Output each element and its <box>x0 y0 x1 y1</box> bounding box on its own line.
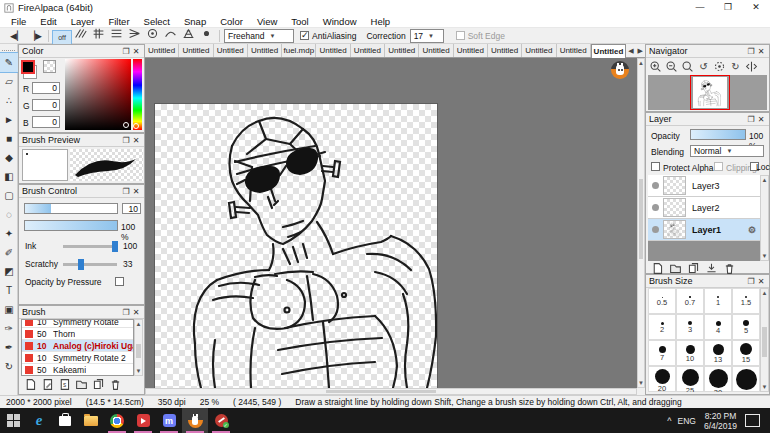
float-panel-icon[interactable]: ❐ <box>121 187 131 196</box>
document-tab[interactable]: Untitled <box>557 44 591 57</box>
fill-tool[interactable]: ■ <box>0 129 18 148</box>
layer-row[interactable]: Layer1⚙ <box>648 219 760 241</box>
brush-size-slider[interactable] <box>24 203 118 214</box>
hue-selector[interactable] <box>133 123 139 129</box>
brush-list-item[interactable]: 10Symmetry Rotate <box>22 319 133 328</box>
redo-step-icon[interactable]: ▕▶ <box>26 29 44 43</box>
duplicate-icon[interactable] <box>91 378 106 391</box>
brush-size-cell[interactable]: 20 <box>648 366 676 392</box>
brush-opacity-slider[interactable] <box>24 220 118 231</box>
clipping-checkbox[interactable] <box>714 162 723 171</box>
brush-size-cell[interactable]: 5 <box>732 314 760 340</box>
layer-settings-gear-icon[interactable]: ⚙ <box>748 225 756 235</box>
float-panel-icon[interactable]: ❐ <box>121 136 131 145</box>
brush-size-cell[interactable]: 13 <box>704 340 732 366</box>
select-rect-tool[interactable]: ▢ <box>0 186 18 205</box>
chrome-icon[interactable] <box>104 408 130 433</box>
layer-list-scrollbar[interactable]: ▲▼ <box>760 175 769 261</box>
blur-tool[interactable]: ∴ <box>0 91 18 110</box>
float-panel-icon[interactable]: ❐ <box>746 47 756 56</box>
menu-item-window[interactable]: Window <box>316 15 364 28</box>
eraser-tool[interactable]: ▱ <box>0 72 18 91</box>
brush-size-value[interactable]: 10 <box>122 203 141 214</box>
brush-list-item[interactable]: 10Analog (c)Hiroki Ugawa <box>22 340 133 352</box>
layer-visibility-toggle[interactable] <box>652 226 659 233</box>
text-tool[interactable]: T <box>0 281 18 300</box>
document-tab[interactable]: Untitled <box>385 44 419 57</box>
snap-vanishing-icon[interactable] <box>125 27 143 41</box>
snap-perspective-icon[interactable] <box>179 27 197 41</box>
brush-list-item[interactable]: 50Thorn <box>22 328 133 340</box>
brush-size-cell[interactable]: 30 <box>704 366 732 392</box>
brush-size-cell[interactable]: 25 <box>676 366 704 392</box>
bucket-tool[interactable]: ◆ <box>0 148 18 167</box>
document-tab[interactable]: Untitled <box>522 44 556 57</box>
snap-horizontal-icon[interactable] <box>107 27 125 41</box>
rotate-left-icon[interactable]: ↺ <box>696 59 711 73</box>
minimize-button[interactable]: — <box>686 0 714 15</box>
brush-size-cell[interactable]: 1 <box>704 288 732 314</box>
edge-icon[interactable]: e <box>26 408 52 433</box>
snap-cross-icon[interactable] <box>89 27 107 41</box>
soft-edge-checkbox[interactable] <box>456 31 465 40</box>
blending-dropdown[interactable]: Normal▼ <box>690 145 764 157</box>
brush-size-cell[interactable]: 7 <box>648 340 676 366</box>
scratchy-slider[interactable] <box>63 263 117 266</box>
document-tab[interactable]: Untitled <box>214 44 248 57</box>
menu-item-file[interactable]: File <box>4 15 33 28</box>
menu-item-help[interactable]: Help <box>364 15 398 28</box>
tab-scroll-right-icon[interactable]: ▶ <box>636 47 645 55</box>
close-panel-icon[interactable]: ✕ <box>131 136 141 145</box>
float-panel-icon[interactable]: ❐ <box>746 277 756 286</box>
gradient-tool[interactable]: ◧ <box>0 167 18 186</box>
edit-brush-icon[interactable] <box>40 378 55 391</box>
zoom-in-icon[interactable] <box>648 59 663 73</box>
drawing-canvas[interactable] <box>155 104 437 388</box>
document-tab[interactable]: fuel.mdp <box>282 44 316 57</box>
document-tab[interactable]: Untitled <box>591 44 626 59</box>
curve-tool[interactable]: ✑ <box>0 319 18 338</box>
trash-icon[interactable] <box>108 378 123 391</box>
explorer-icon[interactable] <box>78 408 104 433</box>
drag-handle[interactable] <box>2 44 15 51</box>
canvas-viewport[interactable] <box>145 58 637 388</box>
scroll-tool[interactable]: ↻ <box>0 357 18 376</box>
document-tab[interactable]: Untitled <box>248 44 282 57</box>
zoom-reset-icon[interactable] <box>680 59 695 73</box>
tab-scroll-left-icon[interactable]: ◀ <box>626 47 635 55</box>
layer-opacity-slider[interactable] <box>690 129 746 140</box>
layer-row[interactable]: Layer3 <box>648 175 760 197</box>
layer-visibility-toggle[interactable] <box>652 182 659 189</box>
canvas-vertical-scrollbar[interactable]: ▲▼ <box>637 58 645 388</box>
zoom-out-icon[interactable] <box>664 59 679 73</box>
navigator-thumbnail-area[interactable] <box>648 75 767 110</box>
brush-size-cell[interactable]: 0.5 <box>648 288 676 314</box>
brush-list-item[interactable]: 10Symmetry Rotate 2 <box>22 352 133 364</box>
lasso-tool[interactable]: ◌ <box>0 205 18 224</box>
menu-item-color[interactable]: Color <box>213 15 250 28</box>
alpaca-mascot-icon[interactable] <box>611 61 629 79</box>
brush-list-scrollbar[interactable]: ▲▼ <box>134 319 143 376</box>
brush-size-cell[interactable]: 1.5 <box>732 288 760 314</box>
firealpaca-icon[interactable] <box>182 408 208 433</box>
brush-size-cell[interactable]: 15 <box>732 340 760 366</box>
brush-size-cell[interactable]: 0.7 <box>676 288 704 314</box>
select-pen-tool[interactable]: ✐ <box>0 243 18 262</box>
close-panel-icon[interactable]: ✕ <box>131 187 141 196</box>
document-tab[interactable]: Untitled <box>179 44 213 57</box>
snap-radial-icon[interactable] <box>143 27 161 41</box>
action-center-icon[interactable] <box>745 414 760 427</box>
close-panel-icon[interactable]: ✕ <box>131 47 141 56</box>
brush-size-cell[interactable]: 4 <box>704 314 732 340</box>
brush-list-item[interactable]: 50Kakeami <box>22 364 133 376</box>
saturation-value-picker[interactable] <box>65 59 131 130</box>
menu-item-tool[interactable]: Tool <box>284 15 315 28</box>
restore-button[interactable]: ❐ <box>714 0 742 15</box>
start-button[interactable] <box>0 408 26 433</box>
document-tab[interactable]: Untitled <box>488 44 522 57</box>
script-brush-icon[interactable]: s <box>57 378 72 391</box>
store-icon[interactable] <box>52 408 78 433</box>
close-panel-icon[interactable]: ✕ <box>756 115 766 124</box>
move-tool[interactable]: ► <box>0 110 18 129</box>
select-eraser-tool[interactable]: ◩ <box>0 262 18 281</box>
